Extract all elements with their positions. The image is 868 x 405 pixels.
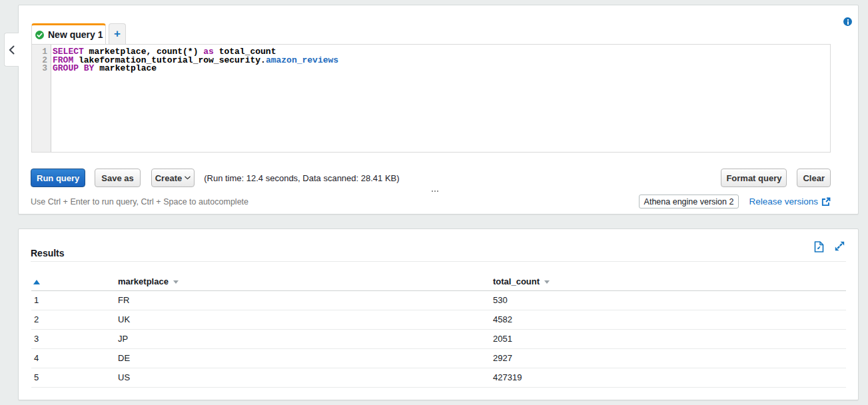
code-line: FROM lakeformation_tutorial_row_security… <box>53 57 830 65</box>
plus-icon: + <box>114 27 121 41</box>
row-number-header <box>31 273 118 290</box>
query-editor-panel: New query 1 + 1 2 3 SELECT marketplace, … <box>18 5 859 214</box>
expand-icon <box>835 241 845 251</box>
clear-button[interactable]: Clear <box>797 169 831 187</box>
marketplace-cell: UK <box>118 310 493 329</box>
create-button[interactable]: Create <box>151 169 195 187</box>
editor-actions: Run query Save as Create (Run time: 12.4… <box>31 169 831 187</box>
results-table: marketplace total_count 1 FR 530 2 UK 45… <box>31 273 846 388</box>
row-number-cell: 2 <box>31 310 118 329</box>
table-row: 2 UK 4582 <box>31 310 846 329</box>
chevron-down-icon <box>185 176 191 180</box>
row-number-cell: 1 <box>31 290 118 310</box>
sql-entity-token: amazon_reviews <box>266 55 338 65</box>
divider <box>31 261 846 262</box>
results-actions <box>814 241 845 252</box>
save-as-button[interactable]: Save as <box>95 169 140 187</box>
sort-ascending-icon[interactable] <box>33 280 40 284</box>
row-number-cell: 4 <box>31 348 118 368</box>
marketplace-cell: DE <box>118 348 493 368</box>
run-stats-text: (Run time: 12.4 seconds, Data scanned: 2… <box>204 173 399 183</box>
engine-version-badge[interactable]: Athena engine version 2 <box>639 195 739 208</box>
total-count-cell: 2051 <box>493 329 846 348</box>
expand-results-button[interactable] <box>835 241 845 251</box>
collapse-panel-button[interactable] <box>4 33 19 67</box>
sql-editor[interactable]: 1 2 3 SELECT marketplace, count(*) as to… <box>31 44 831 153</box>
release-versions-link[interactable]: Release versions <box>749 197 831 206</box>
tab-label: New query 1 <box>48 29 103 40</box>
marketplace-cell: JP <box>118 329 493 348</box>
sql-plain-token: marketplace <box>94 63 157 73</box>
run-query-button[interactable]: Run query <box>31 169 85 187</box>
code-line: GROUP BY marketplace <box>53 65 830 73</box>
sql-keyword-token: GROUP BY <box>53 63 94 73</box>
total-count-cell: 427319 <box>493 368 846 387</box>
editor-line-numbers: 1 2 3 <box>32 45 51 152</box>
results-data-table: marketplace total_count 1 FR 530 2 UK 45… <box>31 273 846 388</box>
editor-footer: Use Ctrl + Enter to run query, Ctrl + Sp… <box>31 195 831 208</box>
query-tabs: New query 1 + <box>31 23 126 44</box>
column-header-marketplace[interactable]: marketplace <box>118 273 493 290</box>
column-menu-caret-icon[interactable] <box>173 280 179 284</box>
editor-code[interactable]: SELECT marketplace, count(*) as total_co… <box>51 45 830 152</box>
column-menu-caret-icon[interactable] <box>544 280 550 284</box>
table-row: 5 US 427319 <box>31 368 846 387</box>
total-count-cell: 4582 <box>493 310 846 329</box>
new-tab-button[interactable]: + <box>109 23 126 44</box>
column-header-total-count[interactable]: total_count <box>493 273 846 290</box>
download-file-icon <box>814 241 824 252</box>
chevron-left-icon <box>9 45 15 55</box>
results-panel: Results marketpl <box>18 228 859 400</box>
results-title: Results <box>31 248 65 258</box>
info-icon[interactable] <box>843 17 852 26</box>
drag-dots-icon <box>432 191 433 192</box>
shortcut-hint: Use Ctrl + Enter to run query, Ctrl + Sp… <box>31 197 248 206</box>
table-row: 4 DE 2927 <box>31 348 846 368</box>
resize-handle[interactable] <box>13 191 852 193</box>
marketplace-cell: US <box>118 368 493 387</box>
tab-new-query-1[interactable]: New query 1 <box>31 23 106 44</box>
line-number: 3 <box>32 65 47 73</box>
total-count-cell: 530 <box>493 290 846 310</box>
row-number-cell: 5 <box>31 368 118 387</box>
external-link-icon <box>821 197 831 206</box>
format-query-button[interactable]: Format query <box>721 169 787 187</box>
table-row: 3 JP 2051 <box>31 329 846 348</box>
success-check-icon <box>35 31 44 39</box>
table-header-row: marketplace total_count <box>31 273 846 290</box>
table-row: 1 FR 530 <box>31 290 846 310</box>
download-results-button[interactable] <box>814 241 824 252</box>
row-number-cell: 3 <box>31 329 118 348</box>
marketplace-cell: FR <box>118 290 493 310</box>
total-count-cell: 2927 <box>493 348 846 368</box>
